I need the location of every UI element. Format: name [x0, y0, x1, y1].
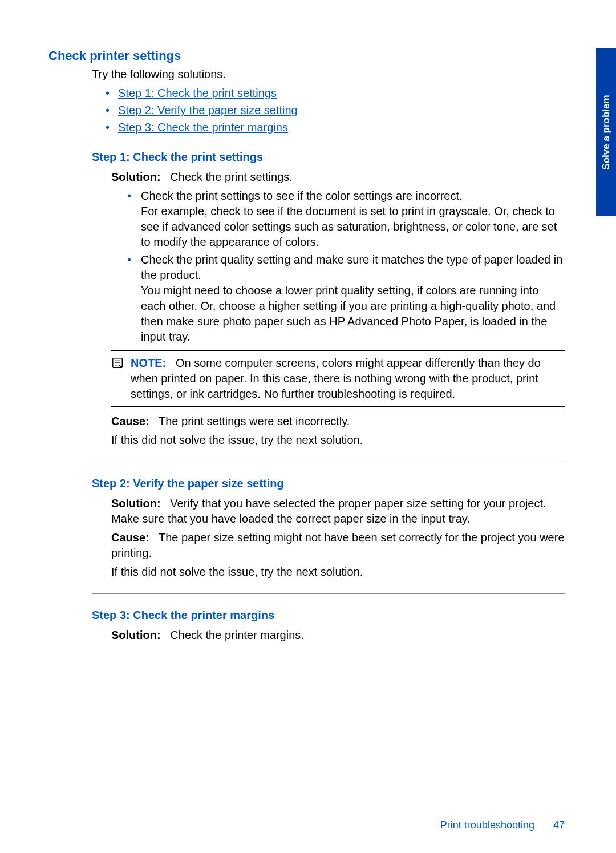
note-icon: [111, 357, 124, 369]
step1-solution: Solution: Check the print settings.: [111, 169, 565, 185]
document-page: Solve a problem Check printer settings T…: [0, 0, 616, 853]
step3-block: Solution: Check the printer margins.: [111, 628, 565, 643]
step2-solution: Solution: Verify that you have selected …: [111, 496, 565, 527]
cause-text: The print settings were set incorrectly.: [159, 415, 350, 427]
toc-link-step2[interactable]: Step 2: Verify the paper size setting: [118, 104, 298, 116]
step2-cause: Cause: The paper size setting might not …: [111, 530, 565, 561]
cause-text: The paper size setting might not have be…: [111, 531, 565, 559]
solution-label: Solution:: [111, 171, 161, 183]
toc-item: Step 3: Check the printer margins: [106, 119, 565, 136]
step1-heading: Step 1: Check the print settings: [92, 151, 565, 164]
solution-label: Solution:: [111, 629, 161, 641]
toc-link-step1[interactable]: Step 1: Check the print settings: [118, 87, 277, 99]
toc-list: Step 1: Check the print settings Step 2:…: [92, 84, 565, 136]
footer-section: Print troubleshooting: [440, 819, 534, 831]
step1-bullets: Check the print settings to see if the c…: [111, 188, 565, 345]
toc-item: Step 2: Verify the paper size setting: [106, 102, 565, 119]
step2-block: Solution: Verify that you have selected …: [111, 496, 565, 580]
note-text: On some computer screens, colors might a…: [131, 357, 541, 400]
separator: [92, 462, 565, 462]
step1-bullet-1: Check the print settings to see if the c…: [127, 188, 565, 250]
footer-page-number: 47: [553, 819, 565, 831]
cause-label: Cause:: [111, 415, 149, 427]
page-footer: Print troubleshooting 47: [440, 819, 565, 831]
separator: [92, 593, 565, 594]
solution-text: Check the printer margins.: [170, 629, 304, 641]
bullet-text: Check the print quality setting and make…: [141, 253, 562, 281]
cause-label: Cause:: [111, 531, 149, 544]
solution-text: Verify that you have selected the proper…: [111, 497, 546, 525]
chapter-tab-label: Solve a problem: [601, 95, 612, 169]
toc-link-step3[interactable]: Step 3: Check the printer margins: [118, 121, 288, 134]
step3-heading: Step 3: Check the printer margins: [92, 609, 565, 622]
step2-next: If this did not solve the issue, try the…: [111, 564, 565, 580]
solution-text: Check the print settings.: [170, 171, 293, 183]
note-label: NOTE:: [131, 357, 166, 369]
bullet-text: Check the print settings to see if the c…: [141, 189, 463, 202]
step1-cause: Cause: The print settings were set incor…: [111, 414, 565, 429]
intro-text: Try the following solutions.: [92, 68, 565, 81]
step2-heading: Step 2: Verify the paper size setting: [92, 477, 565, 490]
note-box: NOTE: On some computer screens, colors m…: [111, 350, 565, 407]
chapter-tab: Solve a problem: [596, 48, 616, 216]
section-heading: Check printer settings: [48, 48, 565, 63]
step1-next: If this did not solve the issue, try the…: [111, 432, 565, 448]
step3-solution: Solution: Check the printer margins.: [111, 628, 565, 643]
toc-item: Step 1: Check the print settings: [106, 84, 565, 102]
solution-label: Solution:: [111, 497, 161, 510]
bullet-text: For example, check to see if the documen…: [141, 205, 557, 248]
step1-block: Solution: Check the print settings. Chec…: [111, 169, 565, 448]
bullet-text: You might need to choose a lower print q…: [141, 284, 556, 343]
step1-bullet-2: Check the print quality setting and make…: [127, 252, 565, 345]
